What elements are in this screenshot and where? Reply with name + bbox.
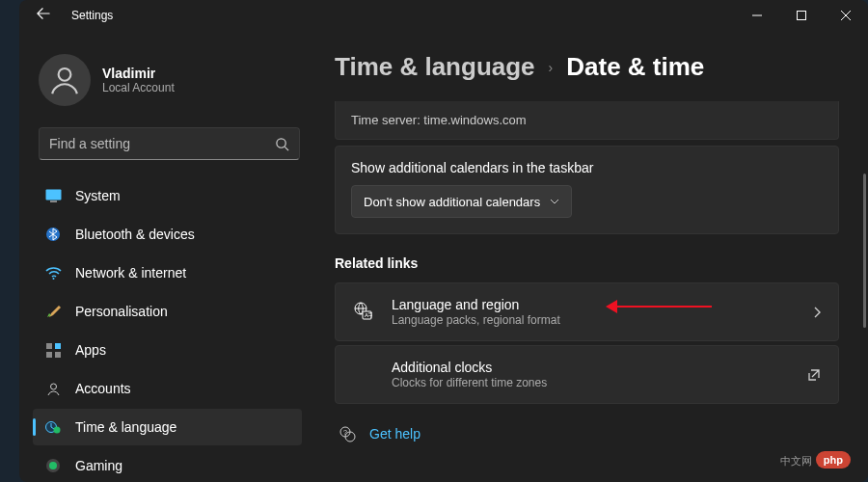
maximize-button[interactable] [779,0,824,31]
scrollbar[interactable] [863,39,866,472]
nav-label: Accounts [75,381,131,396]
svg-point-13 [54,427,61,434]
nav-label: Apps [75,342,106,358]
globe-language-icon: A字 [353,301,374,324]
svg-text:?: ? [343,429,347,436]
close-button[interactable] [824,0,868,31]
chevron-right-icon: › [549,60,554,75]
display-icon [44,187,62,204]
nav-list: System Bluetooth & devices Network & int… [33,177,306,482]
minimize-button[interactable] [735,0,779,31]
svg-point-11 [50,384,56,389]
profile-block[interactable]: Vladimir Local Account [33,48,306,123]
calendars-title: Show additional calendars in the taskbar [336,147,838,175]
avatar [39,54,91,106]
dropdown-value: Don't show additional calendars [364,195,540,209]
nav-bluetooth[interactable]: Bluetooth & devices [33,216,302,253]
nav-time-language[interactable]: Time & language [33,409,302,445]
time-server-text: Time server: time.windows.com [351,113,527,127]
help-icon: ? [339,425,356,442]
additional-clocks-link[interactable]: Additional clocks Clocks for different t… [335,345,839,404]
nav-gaming[interactable]: Gaming [33,447,302,482]
main-content: Time & language › Date & time Time serve… [313,31,868,482]
link-sub: Language packs, regional format [392,313,813,327]
person-icon [48,64,81,96]
link-sub: Clocks for different time zones [392,376,807,389]
nav-accounts[interactable]: Accounts [33,370,302,407]
close-icon [841,11,851,20]
help-row: ? Get help [335,408,839,460]
back-button[interactable] [37,7,50,24]
calendars-dropdown[interactable]: Don't show additional calendars [351,185,572,218]
arrow-left-icon [37,7,50,20]
nav-label: Gaming [75,458,122,473]
svg-rect-4 [50,201,57,202]
calendars-card: Show additional calendars in the taskbar… [335,146,839,234]
search-box[interactable] [39,127,300,160]
brush-icon [44,303,62,320]
wifi-icon [44,264,62,281]
related-links-label: Related links [335,255,839,271]
watermark-cn: 中文网 [780,454,812,469]
language-region-link[interactable]: A字 Language and region Language packs, r… [335,282,839,341]
breadcrumb: Time & language › Date & time [335,52,839,82]
minimize-icon [752,11,762,20]
search-icon [275,137,289,151]
clock-globe-icon [44,418,62,436]
sidebar: Vladimir Local Account System Bluetooth … [19,31,313,482]
svg-rect-3 [45,190,61,201]
bluetooth-icon [44,226,62,243]
open-external-icon [807,368,821,382]
search-input[interactable] [49,136,275,151]
account-icon [44,380,62,397]
svg-rect-8 [55,343,61,349]
svg-rect-10 [55,352,61,358]
time-server-card: Time server: time.windows.com [335,101,839,140]
nav-personalisation[interactable]: Personalisation [33,293,302,330]
watermark-badge: php [816,451,851,469]
settings-window: Settings Vladimir Local Account [19,0,868,482]
get-help-link[interactable]: Get help [369,426,420,442]
svg-text:A字: A字 [365,311,372,318]
nav-label: Personalisation [75,304,168,319]
nav-label: Network & internet [75,265,186,281]
profile-sub: Local Account [102,81,175,94]
svg-point-6 [52,278,54,280]
profile-name: Vladimir [102,66,175,81]
gaming-icon [44,457,62,474]
nav-system[interactable]: System [33,177,302,214]
svg-point-15 [49,462,57,469]
maximize-icon [797,11,806,20]
nav-label: System [75,188,121,203]
scrollbar-thumb[interactable] [863,174,866,328]
breadcrumb-current: Date & time [566,52,704,82]
link-title: Additional clocks [392,360,807,375]
nav-network[interactable]: Network & internet [33,254,302,291]
chevron-right-icon [813,307,821,318]
link-title: Language and region [392,297,813,312]
nav-apps[interactable]: Apps [33,332,302,368]
svg-rect-7 [46,343,52,349]
apps-icon [44,341,62,359]
nav-label: Time & language [75,419,176,435]
svg-point-1 [59,68,71,81]
chevron-down-icon [550,199,559,204]
window-title: Settings [71,9,113,22]
breadcrumb-parent[interactable]: Time & language [335,52,535,82]
titlebar: Settings [19,0,868,31]
svg-point-2 [277,138,285,147]
nav-label: Bluetooth & devices [75,227,195,242]
svg-rect-0 [798,12,806,20]
svg-rect-9 [46,352,52,358]
